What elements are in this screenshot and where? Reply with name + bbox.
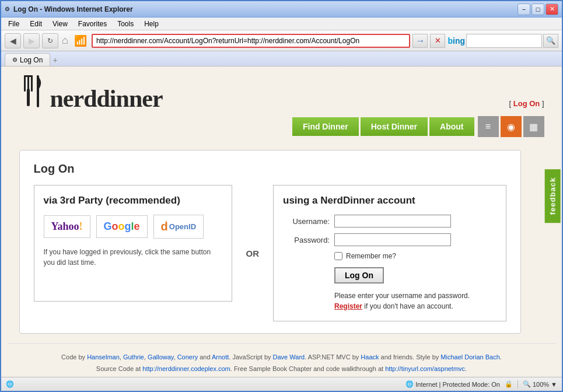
find-dinner-button[interactable]: Find Dinner — [292, 117, 359, 136]
third-party-box: via 3rd Party (recommended) Yahoo! Googl… — [34, 185, 232, 302]
password-input[interactable] — [334, 233, 451, 246]
logo-icon — [19, 72, 46, 110]
tabs-bar: ⚙ Log On + — [1, 51, 562, 66]
username-label: Username: — [283, 217, 330, 226]
menu-bar: File Edit View Favorites Tools Help — [1, 18, 562, 30]
footer-conery-link[interactable]: Conery — [177, 354, 198, 360]
site-logo-text: nerddinner — [50, 85, 163, 113]
logon-submit-button[interactable]: Log On — [334, 267, 384, 284]
search-input[interactable] — [466, 34, 542, 48]
header-login-link[interactable]: Log On — [513, 99, 540, 108]
register-link[interactable]: Register — [334, 302, 362, 310]
menu-favorites[interactable]: Favorites — [74, 19, 111, 29]
back-button[interactable]: ◀ — [5, 33, 21, 48]
site-header: nerddinner [ Log On ] — [8, 66, 556, 113]
footer-line2: Source Code at http://nerddinner.codeple… — [19, 363, 544, 375]
about-button[interactable]: About — [429, 117, 474, 136]
home-icon: ⌂ — [62, 34, 68, 47]
menu-file[interactable]: File — [4, 19, 24, 29]
internet-icon: 🌐 — [405, 380, 414, 388]
site-footer: Code by Hanselman, Guthrie, Galloway, Co… — [8, 343, 556, 377]
calendar-icon-button[interactable]: ▦ — [523, 116, 544, 137]
google-login-button[interactable]: Google — [96, 215, 148, 238]
remember-me-checkbox[interactable] — [334, 252, 342, 260]
password-label: Password: — [283, 236, 330, 244]
tab-favicon: ⚙ — [12, 57, 18, 63]
openid-login-button[interactable]: dOpenID — [153, 215, 204, 239]
footer-codeplex-link[interactable]: http://nerddinner.codeplex.com — [142, 365, 230, 372]
svg-rect-3 — [24, 75, 33, 77]
new-tab-button[interactable]: + — [53, 55, 63, 66]
provider-buttons: Yahoo! Google dOpenID — [44, 215, 222, 239]
search-button[interactable]: 🔍 — [543, 34, 558, 48]
feedback-tab[interactable]: feedback — [544, 169, 560, 223]
title-bar: ⚙ Log On - Windows Internet Explorer − □… — [1, 1, 562, 18]
menu-tools[interactable]: Tools — [113, 19, 138, 29]
menu-help[interactable]: Help — [139, 19, 163, 29]
footer-guthrie-link[interactable]: Guthrie — [123, 354, 144, 360]
footer-bach-link[interactable]: Michael Dorian Bach — [440, 354, 500, 360]
or-divider: OR — [232, 249, 274, 258]
window-controls: − □ ✕ — [517, 4, 558, 15]
nerddinner-login-title: using a NerdDinner account — [283, 195, 496, 206]
svg-rect-4 — [27, 89, 30, 106]
header-login-area: [ Log On ] — [509, 99, 544, 113]
footer-galloway-link[interactable]: Galloway — [148, 354, 173, 360]
rss-icon-button[interactable]: ◉ — [501, 116, 522, 137]
browser-window: ⚙ Log On - Windows Internet Explorer − □… — [0, 0, 563, 392]
provider-note: If you have logged in previously, click … — [44, 247, 222, 268]
active-tab[interactable]: ⚙ Log On — [5, 53, 50, 66]
maximize-button[interactable]: □ — [531, 4, 544, 15]
tab-label: Log On — [20, 56, 43, 64]
page-content: nerddinner [ Log On ] Find Dinner Host D… — [1, 66, 562, 377]
register-note: Please enter your username and password.… — [334, 290, 496, 312]
status-bar: 🌐 🌐 Internet | Protected Mode: On 🔒 🔍 10… — [1, 377, 562, 391]
footer-tinyurl-link[interactable]: http://tinyurl.com/aspnetmvc — [385, 365, 465, 372]
yahoo-login-button[interactable]: Yahoo! — [44, 215, 90, 238]
list-view-icon-button[interactable]: ≡ — [478, 116, 499, 137]
svg-rect-2 — [31, 75, 33, 92]
footer-haack-link[interactable]: Haack — [361, 354, 379, 360]
search-area: bing 🔍 — [447, 34, 558, 48]
minimize-button[interactable]: − — [517, 4, 530, 15]
footer-daveward-link[interactable]: Dave Ward — [273, 354, 305, 360]
status-text: Internet | Protected Mode: On — [415, 381, 500, 388]
main-content: Log On via 3rd Party (recommended) Yahoo… — [8, 141, 556, 343]
footer-arnott-link[interactable]: Arnott — [212, 354, 229, 360]
stop-button[interactable]: ✕ — [430, 34, 445, 48]
status-zone: 🌐 Internet | Protected Mode: On 🔒 🔍 100%… — [405, 380, 557, 388]
host-dinner-button[interactable]: Host Dinner — [361, 117, 428, 136]
remember-row: Remember me? — [334, 252, 496, 260]
menu-view[interactable]: View — [48, 19, 72, 29]
zoom-icon: 🔍 — [523, 380, 531, 388]
zoom-text: 100% — [533, 381, 549, 388]
status-internet: 🌐 Internet | Protected Mode: On — [405, 380, 500, 388]
close-button[interactable]: ✕ — [545, 4, 558, 15]
username-row: Username: — [283, 215, 496, 228]
refresh-button[interactable]: ↻ — [42, 33, 58, 48]
window-favicon: ⚙ — [5, 6, 10, 12]
logo-area: nerddinner — [19, 72, 163, 113]
security-icon: 🔒 — [505, 380, 513, 388]
site-nav-buttons: Find Dinner Host Dinner About ≡ ◉ ▦ — [8, 113, 556, 141]
login-panel: Log On via 3rd Party (recommended) Yahoo… — [19, 150, 521, 334]
footer-hanselman-link[interactable]: Hanselman — [87, 354, 120, 360]
remember-me-label: Remember me? — [346, 252, 396, 260]
go-button[interactable]: → — [412, 34, 428, 48]
menu-edit[interactable]: Edit — [25, 19, 47, 29]
login-columns: via 3rd Party (recommended) Yahoo! Googl… — [34, 185, 506, 321]
bing-logo: bing — [447, 36, 465, 46]
header-login-suffix: ] — [542, 99, 544, 108]
footer-line1: Code by Hanselman, Guthrie, Galloway, Co… — [19, 352, 544, 363]
zoom-level[interactable]: 🔍 100% ▼ — [517, 380, 557, 388]
rss-bar-icon[interactable]: 📶 — [74, 34, 87, 47]
username-input[interactable] — [334, 215, 451, 228]
nerddinner-login-box: using a NerdDinner account Username: Pas… — [273, 185, 506, 321]
zoom-dropdown-icon: ▼ — [551, 381, 557, 388]
navigation-bar: ◀ ▶ ↻ ⌂ 📶 → ✕ bing 🔍 — [1, 30, 562, 51]
password-row: Password: — [283, 233, 496, 246]
forward-button[interactable]: ▶ — [23, 33, 40, 48]
svg-rect-0 — [24, 75, 26, 92]
address-bar[interactable] — [92, 34, 411, 48]
login-panel-title: Log On — [34, 162, 506, 176]
